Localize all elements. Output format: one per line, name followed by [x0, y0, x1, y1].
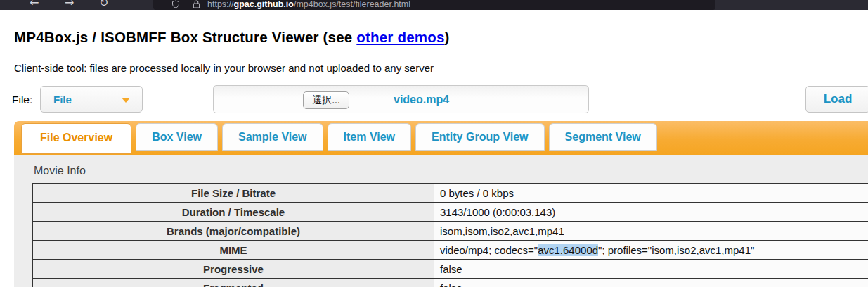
page-title-close: ): [445, 29, 450, 45]
mime-suffix: "; profiles="isom,iso2,avc1,mp41": [598, 244, 754, 256]
table-row: File Size / Bitrate 0 bytes / 0 kbps: [33, 184, 868, 203]
row-value: video/mp4; codecs="avc1.64000d"; profile…: [434, 241, 868, 260]
page-subtitle: Client-side tool: files are processed lo…: [14, 62, 434, 74]
page-title-see: (see: [319, 29, 357, 45]
mime-selected-text: avc1.64000d: [538, 244, 598, 256]
tab-item-view[interactable]: Item View: [328, 123, 412, 151]
reload-icon[interactable]: ↻: [99, 0, 108, 10]
tab-row: File Overview Box View Sample View Item …: [21, 123, 657, 154]
url-text: https://gpac.github.io/mp4box.js/test/fi…: [207, 0, 410, 10]
load-button[interactable]: Load: [805, 86, 868, 113]
forward-icon[interactable]: →: [65, 0, 74, 10]
page-title-text: MP4Box.js / ISOBMFF Box Structure Viewer: [14, 29, 319, 45]
file-label: File:: [12, 94, 32, 106]
row-value: 0 bytes / 0 kbps: [434, 184, 868, 203]
tab-sample-view[interactable]: Sample View: [222, 123, 323, 151]
file-overview-panel: Movie Info File Size / Bitrate 0 bytes /…: [14, 155, 868, 287]
tab-segment-view[interactable]: Segment View: [549, 123, 657, 151]
chevron-down-icon: [122, 98, 130, 103]
url-domain: gpac.github.io: [234, 0, 294, 9]
row-value: false: [434, 260, 868, 279]
tab-file-overview[interactable]: File Overview: [21, 123, 131, 154]
table-row: Duration / Timescale 3143/1000 (0:00:03.…: [33, 203, 868, 222]
file-source-dropdown[interactable]: File: [40, 86, 143, 113]
url-scheme: https://: [207, 0, 234, 9]
table-row: MIME video/mp4; codecs="avc1.64000d"; pr…: [33, 241, 868, 260]
page-title: MP4Box.js / ISOBMFF Box Structure Viewer…: [14, 29, 450, 46]
row-label: Duration / Timescale: [33, 203, 434, 222]
shield-icon: [171, 0, 180, 8]
url-path: /mp4box.js/test/filereader.html: [294, 0, 410, 9]
movie-info-table: File Size / Bitrate 0 bytes / 0 kbps Dur…: [32, 183, 868, 287]
choose-file-button[interactable]: 選択...: [303, 91, 349, 109]
row-value: isom,isom,iso2,avc1,mp41: [434, 222, 868, 241]
browser-toolbar: ← → ↻ https://gpac.github.io/mp4box.js/t…: [0, 0, 868, 10]
movie-info-heading: Movie Info: [34, 165, 86, 177]
tab-strip: File Overview Box View Sample View Item …: [14, 121, 868, 155]
file-source-dropdown-value: File: [53, 94, 72, 106]
table-row: Brands (major/compatible) isom,isom,iso2…: [33, 222, 868, 241]
row-label: Brands (major/compatible): [33, 222, 434, 241]
back-icon[interactable]: ←: [30, 0, 39, 10]
url-bar[interactable]: https://gpac.github.io/mp4box.js/test/fi…: [153, 0, 715, 10]
tab-box-view[interactable]: Box View: [136, 123, 218, 151]
selected-filename: video.mp4: [394, 94, 449, 106]
row-label: Fragmented: [33, 279, 434, 287]
row-value: 3143/1000 (0:00:03.143): [434, 203, 868, 222]
row-label: File Size / Bitrate: [33, 184, 434, 203]
row-label: Progressive: [33, 260, 434, 279]
table-row: Fragmented false: [33, 279, 868, 287]
other-demos-link[interactable]: other demos: [356, 29, 444, 45]
row-value: false: [434, 279, 868, 287]
mime-prefix: video/mp4; codecs=": [440, 244, 538, 256]
row-label: MIME: [33, 241, 434, 260]
file-input[interactable]: 選択... video.mp4: [213, 85, 589, 113]
tab-entity-group-view[interactable]: Entity Group View: [415, 123, 545, 151]
lock-icon: [193, 0, 200, 8]
table-row: Progressive false: [33, 260, 868, 279]
